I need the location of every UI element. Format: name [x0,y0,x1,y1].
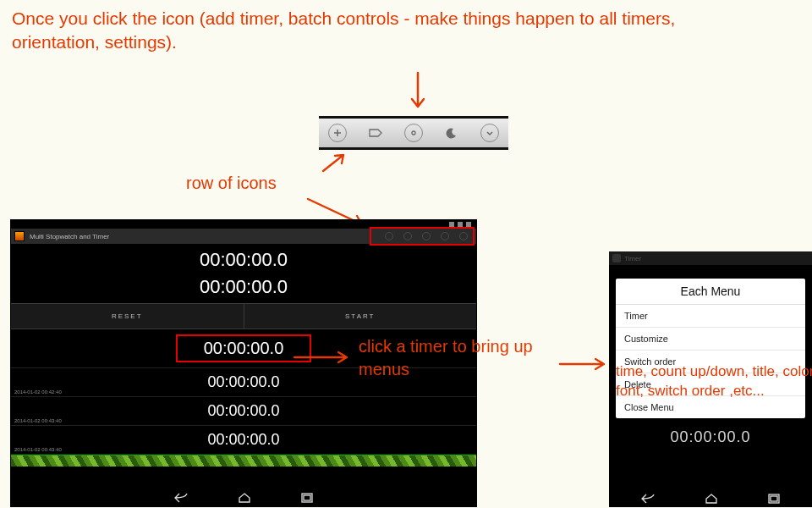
header-time-2: 00:00:00.0 [11,276,476,303]
home-icon[interactable] [239,493,250,503]
home-icon[interactable] [705,494,717,504]
timer-row-3[interactable]: 00:00:00.0 2014-01-02 00:43:40 [11,397,476,426]
svg-rect-2 [304,495,310,500]
android-navbar [11,489,476,506]
menu-appbar: Timer [609,251,812,265]
highlight-toolbar [370,227,475,246]
moon-icon[interactable] [442,124,461,142]
gear-icon[interactable] [404,124,423,142]
recents-icon[interactable] [768,494,780,504]
arrow-timer-to-text [291,349,355,366]
back-icon[interactable] [174,493,188,503]
annotation-top: Once you click the icon (add timer, batc… [12,7,748,55]
down-icon[interactable] [480,124,499,142]
svg-point-0 [412,131,415,135]
menu-app-icon [612,254,621,262]
timer-date: 2014-01-02 00:43:40 [14,418,62,423]
timer-row-4[interactable]: 00:00:00.0 2014-01-02 00:43:40 [11,426,476,455]
header-time-1: 00:00:00.0 [11,244,476,276]
annotation-row-of-icons: row of icons [186,172,277,195]
back-icon[interactable] [641,494,655,504]
timer-date: 2014-01-02 00:42:40 [14,389,62,395]
reset-button[interactable]: RESET [11,304,244,329]
menu-title: Each Menu [616,279,805,305]
bottom-strip [11,455,476,467]
tag-icon[interactable] [366,124,385,142]
annotation-menu-details: time, count up/down, title, color, font,… [616,362,812,401]
menu-under-time: 00:00:00.0 [609,418,812,451]
arrow-down-toolbar [408,71,428,115]
arrow-toolbar-pointer [320,151,350,174]
add-icon[interactable] [328,124,347,142]
menu-item-timer[interactable]: Timer [616,305,805,328]
timer-value: 00:00:00.0 [11,402,476,420]
start-button[interactable]: START [244,304,477,329]
app-icon [14,231,25,241]
arrow-to-menu [557,356,612,373]
timer-value: 00:00:00.0 [11,431,476,449]
app-title: Multi Stopwatch and Timer [30,233,109,240]
menu-app-title: Timer [624,255,641,262]
button-row: RESET START [11,303,476,329]
svg-rect-4 [771,496,777,501]
recents-icon[interactable] [301,493,313,503]
android-navbar-2 [609,490,812,507]
menu-item-customize[interactable]: Customize [616,328,805,351]
annotation-click-timer: click a timer to bring up menus [359,335,553,381]
toolbar-zoom [319,116,508,150]
timer-date: 2014-01-02 00:43:40 [14,447,62,452]
timer-value: 00:00:00.0 [178,339,310,358]
